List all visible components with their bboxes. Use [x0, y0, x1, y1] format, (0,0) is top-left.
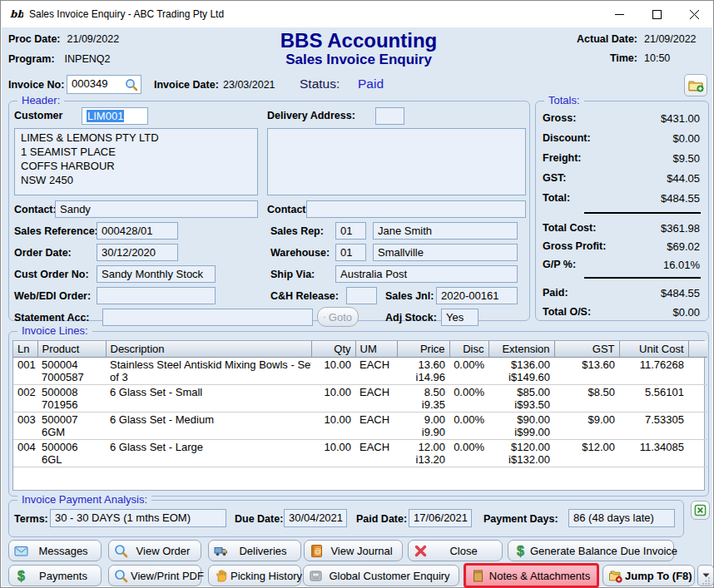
goto-button[interactable]: Goto — [317, 307, 359, 327]
paid-date-field[interactable]: 17/06/2021 — [409, 509, 472, 527]
cell — [688, 440, 707, 467]
program-label: Program: — [8, 53, 55, 65]
invoice-lines-group-title: Invoice Lines: — [17, 324, 92, 337]
column-header-extension[interactable]: Extension — [488, 341, 554, 358]
column-header-unit-cost[interactable]: Unit Cost — [619, 341, 688, 358]
close-window-button[interactable] — [676, 1, 713, 27]
cell: $9.00 — [554, 413, 619, 440]
attachments-folder-button[interactable] — [684, 74, 707, 96]
payment-days-value: 86 (48 days late) — [573, 511, 654, 524]
cell: 6 Glass Set - Medium — [106, 413, 311, 440]
cust-order-no-field[interactable]: Sandy Monthly Stock — [97, 265, 216, 283]
picking-history-button[interactable]: Picking History — [208, 565, 301, 586]
cell: 10.00 — [311, 440, 355, 467]
sales-rep-name-field[interactable]: Jane Smith — [373, 222, 518, 240]
cell: EACH — [355, 385, 397, 413]
table-row[interactable]: 0015000047000587Stainless Steel Antiskid… — [13, 358, 707, 385]
invoice-lines-grid: LnProductDescriptionQtyUMPriceDiscExtens… — [12, 340, 705, 491]
column-header-disc[interactable]: Disc — [449, 341, 488, 358]
table-row[interactable]: 0045000066GL6 Glass Set - Large10.00EACH… — [13, 440, 707, 467]
sales-reference-field[interactable]: 000428/01 — [97, 222, 178, 240]
journal-icon: @ — [310, 544, 324, 558]
delivery-contact-field[interactable] — [306, 200, 526, 218]
cell: 5000047000587 — [37, 358, 106, 385]
search-icon[interactable] — [125, 78, 138, 91]
payments-button[interactable]: $ Payments — [8, 565, 102, 586]
jump-to-button[interactable]: Jump To (F8) — [602, 565, 695, 586]
adj-stock-field[interactable]: Yes — [441, 309, 478, 326]
column-header-qty[interactable]: Qty — [311, 341, 355, 358]
ship-via-field[interactable]: Australia Post — [335, 265, 518, 283]
title-bar: bb Sales Invoice Enquiry - ABC Trading P… — [1, 1, 713, 27]
app-icon[interactable]: bb — [8, 7, 23, 22]
view-journal-button[interactable]: @ View Journal — [304, 540, 403, 561]
envelope-icon — [14, 544, 28, 558]
column-header-description[interactable]: Description — [106, 341, 311, 358]
resize-grip[interactable] — [702, 576, 711, 585]
global-customer-enquiry-button[interactable]: Global Customer Enquiry — [303, 565, 459, 586]
terms-field[interactable]: 30 - 30 DAYS (1 mths EOM) — [50, 509, 226, 527]
totals-divider-2 — [584, 277, 701, 279]
maximize-button[interactable] — [638, 1, 676, 27]
view-print-pdf-button[interactable]: View/Print PDF — [108, 565, 201, 586]
cell: $90.00i$99.00 — [488, 413, 554, 440]
generate-balance-due-invoice-button[interactable]: $ Generate Balance Due Invoice — [508, 540, 674, 561]
view-print-pdf-label: View/Print PDF — [131, 570, 204, 582]
view-journal-label: View Journal — [326, 545, 397, 557]
warehouse-name-field[interactable]: Smallville — [373, 244, 518, 261]
delivery-address-code-field[interactable] — [375, 107, 404, 125]
order-date-field[interactable]: 30/12/2020 — [97, 244, 178, 261]
magnifier-icon — [114, 569, 128, 583]
cell: 0.00% — [449, 440, 488, 467]
payment-analysis-group: Invoice Payment Analysis: Terms: 30 - 30… — [8, 500, 684, 537]
sales-jnl-field[interactable]: 2020-00161 — [436, 287, 518, 304]
total-os-value: $0.00 — [672, 306, 700, 319]
dollar-icon: $ — [513, 544, 528, 558]
view-order-button[interactable]: View Order — [108, 540, 201, 561]
minimize-button[interactable] — [601, 1, 638, 27]
column-header-gst[interactable]: GST — [554, 341, 619, 358]
warehouse-code-field[interactable]: 01 — [335, 244, 366, 261]
contact-value: Sandy — [60, 203, 91, 215]
column-header-um[interactable]: UM — [355, 341, 397, 358]
view-order-label: View Order — [131, 545, 196, 557]
paid-label: Paid: — [543, 287, 568, 300]
close-button[interactable]: Close — [408, 540, 503, 561]
customer-code-field[interactable]: LIM001 — [82, 107, 148, 125]
sales-rep-code-field[interactable]: 01 — [335, 222, 366, 240]
payment-days-field[interactable]: 86 (48 days late) — [568, 509, 675, 527]
gst-value: $44.05 — [667, 172, 700, 185]
sales-reference-value: 000428/01 — [102, 225, 152, 237]
cell: EACH — [355, 440, 397, 467]
invoice-no-input[interactable]: 000349 — [67, 75, 141, 94]
excel-icon — [694, 504, 707, 516]
gst-label: GST: — [543, 172, 566, 185]
totals-group-title: Totals: — [544, 94, 584, 106]
contact-field[interactable]: Sandy — [55, 200, 258, 218]
due-date-field[interactable]: 30/04/2021 — [284, 509, 347, 527]
ch-release-field[interactable] — [346, 287, 377, 304]
global-customer-enquiry-label: Global Customer Enquiry — [325, 570, 454, 582]
cell: 003 — [13, 413, 37, 440]
column-header-ln[interactable]: Ln — [13, 341, 37, 358]
freight-label: Freight: — [543, 152, 582, 166]
gp-percent-value: 16.01% — [663, 259, 700, 272]
deliveries-button[interactable]: Deliveries — [208, 540, 301, 561]
cell: 8.50i9.35 — [397, 385, 449, 413]
column-header-price[interactable]: Price — [397, 341, 449, 358]
export-excel-button[interactable] — [691, 501, 710, 520]
invoice-no-label: Invoice No: — [8, 79, 64, 91]
statement-acc-field[interactable] — [102, 309, 313, 326]
messages-button[interactable]: Messages — [8, 540, 102, 561]
table-row[interactable]: 0035000076GM6 Glass Set - Medium10.00EAC… — [13, 413, 707, 440]
delivery-address-box[interactable] — [267, 128, 526, 195]
cell: 5000066GL — [37, 440, 106, 467]
order-date-label: Order Date: — [14, 247, 72, 259]
column-header-product[interactable]: Product — [37, 341, 106, 358]
proc-date-label: Proc Date: — [8, 33, 61, 45]
notes-attachments-button[interactable]: Notes & Attachments — [464, 563, 599, 588]
cell: 0.00% — [449, 413, 488, 440]
customer-address-box[interactable]: LIMES & LEMONS PTY LTD 1 SEAMIST PLACE C… — [14, 128, 258, 195]
web-edi-field[interactable] — [97, 287, 216, 304]
table-row[interactable]: 0025000087019566 Glass Set - Small10.00E… — [13, 385, 707, 413]
